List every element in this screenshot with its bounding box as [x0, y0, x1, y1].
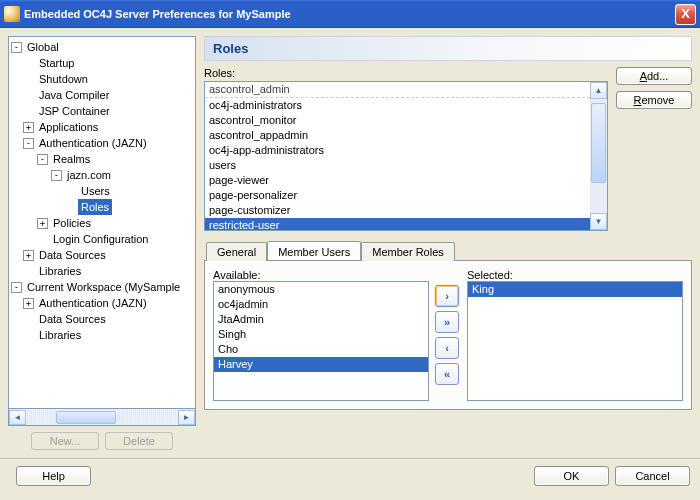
tree-label[interactable]: JSP Container	[36, 103, 113, 119]
tree-label[interactable]: jazn.com	[64, 167, 114, 183]
tab-panel: Available: anonymousoc4jadminJtaAdminSin…	[204, 260, 692, 410]
new-button: New...	[31, 432, 99, 450]
tree-node[interactable]: +Applications	[9, 119, 195, 135]
available-listbox[interactable]: anonymousoc4jadminJtaAdminSinghChoHarvey	[213, 281, 429, 401]
tree-node[interactable]: Libraries	[9, 263, 195, 279]
tree-node[interactable]: Libraries	[9, 327, 195, 343]
tree-h-scrollbar[interactable]: ◄ ►	[8, 409, 196, 426]
scroll-down-icon[interactable]: ▼	[590, 213, 607, 230]
tree-label[interactable]: Data Sources	[36, 247, 109, 263]
list-item[interactable]: oc4j-administrators	[205, 98, 590, 113]
list-item[interactable]: JtaAdmin	[214, 312, 428, 327]
expander-icon[interactable]: -	[11, 42, 22, 53]
section-title: Roles	[213, 41, 248, 56]
tree-label[interactable]: Policies	[50, 215, 94, 231]
tree-label[interactable]: Libraries	[36, 263, 84, 279]
list-item[interactable]: ascontrol_admin	[205, 82, 590, 98]
expander-icon[interactable]: -	[23, 138, 34, 149]
tree-node[interactable]: Users	[9, 183, 195, 199]
expander-icon[interactable]: -	[51, 170, 62, 181]
expander-icon[interactable]: +	[23, 122, 34, 133]
tree-node[interactable]: -jazn.com	[9, 167, 195, 183]
list-item[interactable]: ascontrol_appadmin	[205, 128, 590, 143]
tree-label[interactable]: Authentication (JAZN)	[36, 135, 150, 151]
list-item[interactable]: anonymous	[214, 282, 428, 297]
title-bar: Embedded OC4J Server Preferences for MyS…	[0, 0, 700, 28]
roles-v-scrollbar[interactable]: ▲ ▼	[590, 82, 607, 230]
list-item[interactable]: page-personalizer	[205, 188, 590, 203]
roles-listbox[interactable]: ascontrol_adminoc4j-administratorsascont…	[204, 81, 608, 231]
tree-label[interactable]: Login Configuration	[50, 231, 151, 247]
delete-button: Delete	[105, 432, 173, 450]
tree-node[interactable]: Startup	[9, 55, 195, 71]
move-left-button[interactable]: ‹	[435, 337, 459, 359]
scroll-left-icon[interactable]: ◄	[9, 410, 26, 425]
section-header: Roles	[204, 36, 692, 61]
list-item[interactable]: page-viewer	[205, 173, 590, 188]
tree-label[interactable]: Current Workspace (MySample	[24, 279, 183, 295]
add-button[interactable]: Add...	[616, 67, 692, 85]
list-item[interactable]: Singh	[214, 327, 428, 342]
tree-label[interactable]: Applications	[36, 119, 101, 135]
tree-node[interactable]: Java Compiler	[9, 87, 195, 103]
remove-button[interactable]: Remove	[616, 91, 692, 109]
tree-label[interactable]: Data Sources	[36, 311, 109, 327]
list-item[interactable]: page-customizer	[205, 203, 590, 218]
tree-label[interactable]: Shutdown	[36, 71, 91, 87]
close-button[interactable]: X	[675, 4, 696, 25]
tab-member-users[interactable]: Member Users	[267, 241, 361, 260]
list-item[interactable]: oc4j-app-administrators	[205, 143, 590, 158]
move-all-left-button[interactable]: «	[435, 363, 459, 385]
tree-node[interactable]: Roles	[9, 199, 195, 215]
scroll-track[interactable]	[26, 410, 178, 425]
expander-icon[interactable]: +	[37, 218, 48, 229]
scroll-up-icon[interactable]: ▲	[590, 82, 607, 99]
tree-node[interactable]: -Authentication (JAZN)	[9, 135, 195, 151]
tab-member-roles[interactable]: Member Roles	[361, 242, 455, 261]
tree-label[interactable]: Startup	[36, 55, 77, 71]
tree-node[interactable]: -Current Workspace (MySample	[9, 279, 195, 295]
list-item[interactable]: oc4jadmin	[214, 297, 428, 312]
window-title: Embedded OC4J Server Preferences for MyS…	[24, 8, 675, 20]
cancel-button[interactable]: Cancel	[615, 466, 690, 486]
tree-node[interactable]: -Realms	[9, 151, 195, 167]
help-button[interactable]: Help	[16, 466, 91, 486]
roles-label: Roles:	[204, 67, 608, 79]
move-all-right-button[interactable]: »	[435, 311, 459, 333]
nav-tree[interactable]: -GlobalStartupShutdownJava CompilerJSP C…	[8, 36, 196, 409]
move-right-button[interactable]: ›	[435, 285, 459, 307]
tree-label[interactable]: Users	[78, 183, 113, 199]
list-item[interactable]: King	[468, 282, 682, 297]
tree-label[interactable]: Global	[24, 39, 62, 55]
tree-node[interactable]: -Global	[9, 39, 195, 55]
list-item[interactable]: ascontrol_monitor	[205, 113, 590, 128]
list-item[interactable]: Cho	[214, 342, 428, 357]
expander-icon[interactable]: -	[11, 282, 22, 293]
tree-label[interactable]: Java Compiler	[36, 87, 112, 103]
tree-node[interactable]: Login Configuration	[9, 231, 195, 247]
expander-icon[interactable]: +	[23, 250, 34, 261]
tree-node[interactable]: Data Sources	[9, 311, 195, 327]
tree-label[interactable]: Roles	[78, 199, 112, 215]
tree-node[interactable]: +Policies	[9, 215, 195, 231]
tree-node[interactable]: +Data Sources	[9, 247, 195, 263]
tab-general[interactable]: General	[206, 242, 267, 261]
scroll-right-icon[interactable]: ►	[178, 410, 195, 425]
tree-node[interactable]: Shutdown	[9, 71, 195, 87]
tree-label[interactable]: Realms	[50, 151, 93, 167]
tree-node[interactable]: JSP Container	[9, 103, 195, 119]
expander-icon[interactable]: -	[37, 154, 48, 165]
ok-button[interactable]: OK	[534, 466, 609, 486]
selected-listbox[interactable]: King	[467, 281, 683, 401]
tree-label[interactable]: Authentication (JAZN)	[36, 295, 150, 311]
list-item[interactable]: restricted-user	[205, 218, 590, 230]
tree-label[interactable]: Libraries	[36, 327, 84, 343]
expander-icon[interactable]: +	[23, 298, 34, 309]
selected-label: Selected:	[467, 269, 683, 281]
scroll-thumb[interactable]	[591, 103, 606, 183]
tree-node[interactable]: +Authentication (JAZN)	[9, 295, 195, 311]
scroll-thumb[interactable]	[56, 411, 116, 424]
dialog-footer: Help OK Cancel	[0, 458, 700, 492]
list-item[interactable]: users	[205, 158, 590, 173]
list-item[interactable]: Harvey	[214, 357, 428, 372]
